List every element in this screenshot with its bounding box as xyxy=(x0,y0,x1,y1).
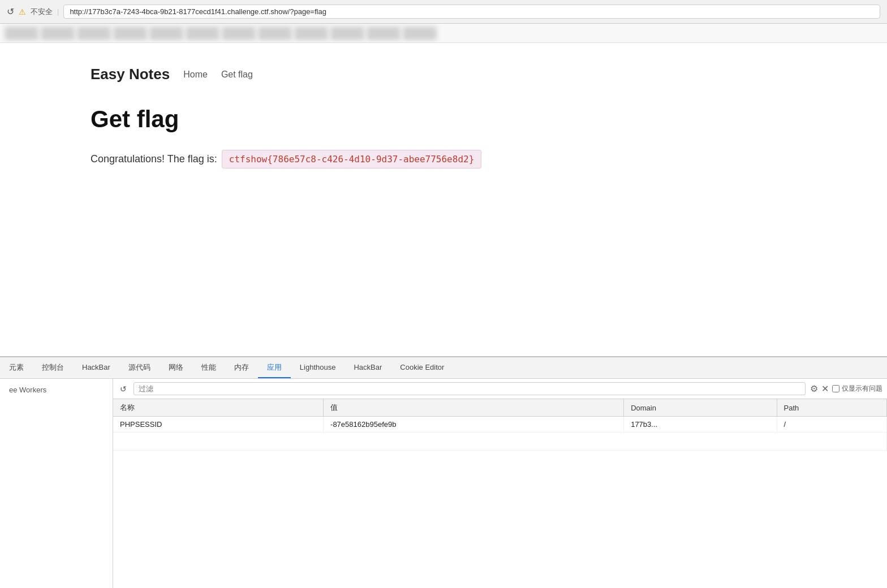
show-issues-checkbox[interactable] xyxy=(832,385,839,392)
flag-prefix: Congratulations! The flag is: xyxy=(91,153,217,165)
bookmark-item[interactable] xyxy=(186,27,219,40)
warning-icon: ⚠ xyxy=(19,7,26,16)
cookies-table-wrapper: 名称 值 Domain Path PHPSESSID -87e58162b95e… xyxy=(113,399,887,588)
nav-link-getflag[interactable]: Get flag xyxy=(221,70,253,80)
filter-settings-icon[interactable]: ⚙ xyxy=(810,383,818,394)
devtools-sidebar: ee Workers xyxy=(0,379,113,588)
bookmark-item[interactable] xyxy=(41,27,75,40)
bookmark-item[interactable] xyxy=(77,27,111,40)
cell-path: / xyxy=(777,417,886,433)
flag-line: Congratulations! The flag is: ctfshow{78… xyxy=(91,150,796,168)
flag-value: ctfshow{786e57c8-c426-4d10-9d37-abee7756… xyxy=(222,150,481,168)
bookmark-item[interactable] xyxy=(113,27,147,40)
filter-bar: ↺ ⚙ ✕ 仅显示有问题 xyxy=(113,379,887,399)
bookmarks-bar xyxy=(0,24,887,43)
nav-link-home[interactable]: Home xyxy=(183,70,208,80)
separator: | xyxy=(57,7,59,16)
col-header-name: 名称 xyxy=(113,399,324,417)
bookmark-item[interactable] xyxy=(258,27,292,40)
nav-brand: Easy Notes xyxy=(91,66,170,83)
cell-name: PHPSESSID xyxy=(113,417,324,433)
tab-application[interactable]: 应用 xyxy=(258,357,291,378)
cell-value: -87e58162b95efe9b xyxy=(324,417,624,433)
devtools-main: ↺ ⚙ ✕ 仅显示有问题 名称 值 xyxy=(113,379,887,588)
table-header-row: 名称 值 Domain Path xyxy=(113,399,887,417)
tab-cookie-editor[interactable]: Cookie Editor xyxy=(391,357,453,378)
address-input[interactable] xyxy=(63,5,880,19)
tab-sources[interactable]: 源代码 xyxy=(119,357,160,378)
insecure-label: 不安全 xyxy=(31,7,53,17)
devtools-panel: 元素 控制台 HackBar 源代码 网络 性能 内存 应用 Lighthous… xyxy=(0,356,887,588)
tab-hackbar-1[interactable]: HackBar xyxy=(73,357,119,378)
table-row-empty xyxy=(113,433,887,451)
refresh-icon[interactable]: ↺ xyxy=(7,6,14,17)
tab-network[interactable]: 网络 xyxy=(160,357,192,378)
bookmark-item[interactable] xyxy=(149,27,183,40)
bookmark-item[interactable] xyxy=(222,27,256,40)
bookmark-item[interactable] xyxy=(5,27,38,40)
tab-lighthouse[interactable]: Lighthouse xyxy=(291,357,345,378)
devtools-content: ee Workers ↺ ⚙ ✕ 仅显示有问题 xyxy=(0,379,887,588)
filter-input[interactable] xyxy=(134,382,806,395)
browser-address-bar: ↺ ⚠ 不安全 | xyxy=(0,0,887,24)
tab-elements[interactable]: 元素 xyxy=(0,357,33,378)
table-row[interactable]: PHPSESSID -87e58162b95efe9b 177b3... / xyxy=(113,417,887,433)
tab-performance[interactable]: 性能 xyxy=(192,357,225,378)
page-content: Easy Notes Home Get flag Get flag Congra… xyxy=(0,43,887,362)
bookmark-item[interactable] xyxy=(367,27,401,40)
filter-clear-icon[interactable]: ✕ xyxy=(821,383,829,394)
page-title: Get flag xyxy=(91,106,796,133)
filter-icons: ⚙ ✕ 仅显示有问题 xyxy=(810,383,882,394)
col-header-value: 值 xyxy=(324,399,624,417)
col-header-domain: Domain xyxy=(624,399,777,417)
col-header-path: Path xyxy=(777,399,886,417)
cell-domain: 177b3... xyxy=(624,417,777,433)
sidebar-item-service-workers[interactable]: ee Workers xyxy=(0,383,113,396)
show-issues-checkbox-label[interactable]: 仅显示有问题 xyxy=(832,384,882,394)
show-issues-label: 仅显示有问题 xyxy=(842,384,882,394)
bookmark-item[interactable] xyxy=(294,27,328,40)
bookmark-item[interactable] xyxy=(403,27,437,40)
cookies-table: 名称 值 Domain Path PHPSESSID -87e58162b95e… xyxy=(113,399,887,451)
tab-hackbar-2[interactable]: HackBar xyxy=(345,357,391,378)
tab-memory[interactable]: 内存 xyxy=(225,357,258,378)
bookmark-item[interactable] xyxy=(330,27,364,40)
filter-refresh-button[interactable]: ↺ xyxy=(118,384,129,394)
tab-console[interactable]: 控制台 xyxy=(33,357,73,378)
navbar: Easy Notes Home Get flag xyxy=(91,66,796,83)
devtools-tabs: 元素 控制台 HackBar 源代码 网络 性能 内存 应用 Lighthous… xyxy=(0,357,887,379)
